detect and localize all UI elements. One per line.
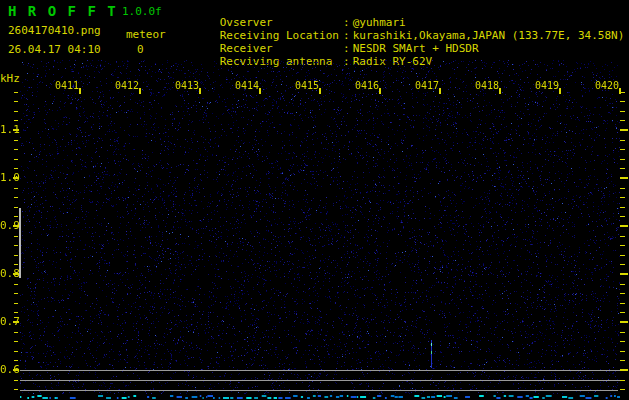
- info-label: Receiver: [220, 42, 340, 55]
- time-tick-mark: [79, 88, 81, 94]
- freq-tick-mark-left: [14, 264, 18, 265]
- freq-tick-mark-right: [620, 245, 625, 246]
- time-tick-label: 0414: [235, 81, 259, 91]
- meteor-count-label: meteor: [126, 28, 166, 41]
- freq-tick-label: 0.9: [0, 220, 14, 231]
- freq-tick-label: 0.7: [0, 316, 14, 327]
- freq-tick-mark-left: [13, 369, 19, 371]
- freq-tick-mark-left: [14, 140, 18, 141]
- info-label: Ovserver: [220, 16, 340, 29]
- info-row-observer: Ovserver:@yuhmari: [180, 3, 624, 16]
- time-tick-mark: [619, 88, 621, 94]
- freq-tick-mark-left: [14, 341, 18, 342]
- freq-tick-mark-right: [620, 120, 625, 121]
- freq-tick-label: 1.1: [0, 124, 14, 135]
- freq-tick-mark-right: [620, 140, 625, 141]
- freq-tick-label: 0.6: [0, 364, 14, 375]
- time-tick-label: 0417: [415, 81, 439, 91]
- freq-tick-mark-left: [14, 101, 18, 102]
- freq-tick-mark-left: [14, 149, 18, 150]
- info-value: kurashiki,Okayama,JAPAN (133.77E, 34.58N…: [353, 29, 625, 42]
- freq-tick-mark-right: [620, 380, 625, 381]
- freq-tick-mark-left: [14, 351, 18, 352]
- time-tick-mark: [139, 88, 141, 94]
- freq-tick-mark-right: [620, 149, 625, 150]
- freq-tick-mark-right: [620, 92, 625, 93]
- reference-line: [20, 390, 618, 391]
- freq-tick-mark-right: [620, 332, 625, 333]
- freq-tick-mark-left: [14, 284, 18, 285]
- freq-tick-mark-right: [620, 351, 625, 352]
- freq-tick-mark-left: [14, 207, 18, 208]
- meteor-echo-streak: [431, 340, 432, 368]
- freq-tick-mark-left: [14, 216, 18, 217]
- freq-tick-mark-left: [14, 255, 18, 256]
- freq-tick-mark-left: [14, 92, 18, 93]
- time-tick-mark: [439, 88, 441, 94]
- freq-tick-mark-right: [620, 177, 628, 179]
- freq-tick-mark-left: [14, 188, 18, 189]
- freq-tick-mark-left: [14, 245, 18, 246]
- freq-tick-mark-right: [620, 360, 625, 361]
- spectrogram-canvas: [20, 60, 620, 400]
- freq-tick-mark-left: [14, 293, 18, 294]
- echo-bright-pixel: [431, 343, 432, 346]
- freq-tick-mark-right: [620, 341, 625, 342]
- time-tick-mark: [259, 88, 261, 94]
- info-value: NESDR SMArt + HDSDR: [353, 42, 479, 55]
- time-tick-label: 0420: [595, 81, 619, 91]
- freq-tick-mark-left: [14, 197, 18, 198]
- freq-tick-mark-left: [14, 332, 18, 333]
- freq-tick-mark-right: [620, 293, 625, 294]
- time-tick-label: 0416: [355, 81, 379, 91]
- time-tick-label: 0415: [295, 81, 319, 91]
- freq-tick-mark-left: [14, 159, 18, 160]
- freq-tick-mark-left: [13, 225, 19, 227]
- time-tick-label: 0418: [475, 81, 499, 91]
- freq-tick-mark-left: [14, 303, 18, 304]
- freq-tick-mark-right: [620, 111, 625, 112]
- time-tick-mark: [319, 88, 321, 94]
- time-tick-mark: [199, 88, 201, 94]
- time-tick-mark: [559, 88, 561, 94]
- observation-datetime: 26.04.17 04:10: [8, 43, 101, 56]
- freq-tick-mark-right: [620, 389, 625, 390]
- output-filename: 2604170410.png: [8, 24, 101, 37]
- info-value: @yuhmari: [353, 16, 406, 29]
- freq-tick-mark-right: [620, 236, 625, 237]
- freq-tick-mark-right: [620, 101, 625, 102]
- time-tick-mark: [499, 88, 501, 94]
- freq-tick-mark-right: [620, 159, 625, 160]
- reference-line: [20, 380, 620, 381]
- station-info: Ovserver:@yuhmari Receiving Location:kur…: [180, 3, 624, 55]
- freq-tick-mark-left: [14, 120, 18, 121]
- freq-tick-mark-right: [620, 207, 625, 208]
- reference-line: [20, 370, 620, 371]
- echo-bright-pixel: [431, 351, 432, 354]
- freq-tick-mark-right: [620, 273, 628, 275]
- freq-tick-mark-left: [13, 129, 19, 131]
- freq-tick-mark-right: [620, 197, 625, 198]
- freq-tick-mark-right: [620, 303, 625, 304]
- freq-tick-mark-left: [14, 111, 18, 112]
- freq-tick-mark-right: [620, 188, 625, 189]
- freq-tick-mark-right: [620, 284, 625, 285]
- freq-tick-mark-left: [14, 312, 18, 313]
- hrofft-screen: H R O F F T 1.0.0f 2604170410.png meteor…: [0, 0, 629, 400]
- freq-tick-mark-left: [14, 360, 18, 361]
- freq-axis-unit-label: kHz: [0, 73, 20, 84]
- info-colon: :: [340, 29, 353, 42]
- freq-tick-mark-left: [14, 236, 18, 237]
- time-tick-mark: [379, 88, 381, 94]
- app-version: 1.0.0f: [122, 5, 162, 18]
- info-colon: :: [340, 16, 353, 29]
- freq-tick-mark-left: [13, 273, 19, 275]
- freq-tick-mark-right: [620, 321, 628, 323]
- freq-tick-mark-left: [14, 389, 18, 390]
- time-tick-label: 0413: [175, 81, 199, 91]
- freq-tick-mark-right: [620, 369, 628, 371]
- freq-tick-mark-left: [14, 380, 18, 381]
- freq-tick-mark-right: [620, 312, 625, 313]
- freq-tick-mark-right: [620, 225, 628, 227]
- freq-tick-mark-right: [620, 129, 628, 131]
